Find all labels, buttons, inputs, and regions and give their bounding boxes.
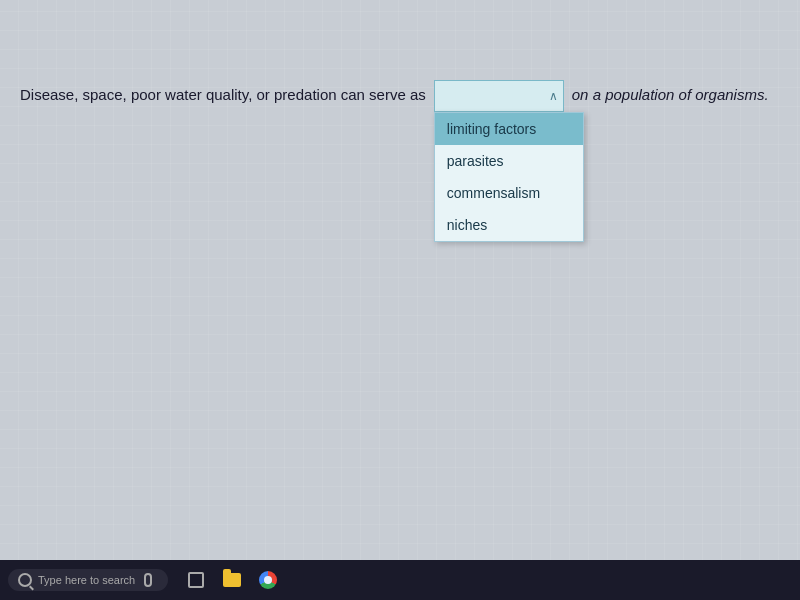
chrome-button[interactable] — [254, 566, 282, 594]
dropdown-option-niches[interactable]: niches — [435, 209, 583, 241]
dropdown-menu: limiting factors parasites commensalism … — [434, 112, 584, 242]
taskbar-search-bar[interactable]: Type here to search — [8, 569, 168, 591]
taskbar-icons — [182, 566, 282, 594]
main-content: Disease, space, poor water quality, or p… — [0, 0, 800, 560]
chrome-icon — [259, 571, 277, 589]
dropdown-option-commensalism[interactable]: commensalism — [435, 177, 583, 209]
question-area: Disease, space, poor water quality, or p… — [20, 80, 780, 112]
task-view-icon — [188, 572, 204, 588]
dropdown-option-parasites[interactable]: parasites — [435, 145, 583, 177]
dropdown-select-box[interactable] — [434, 80, 564, 112]
task-view-button[interactable] — [182, 566, 210, 594]
microphone-icon — [144, 573, 152, 587]
dropdown-option-limiting-factors[interactable]: limiting factors — [435, 113, 583, 145]
taskbar-search-text: Type here to search — [38, 574, 135, 586]
file-explorer-button[interactable] — [218, 566, 246, 594]
question-text-before: Disease, space, poor water quality, or p… — [20, 80, 426, 103]
question-text-after: on a population of organisms. — [572, 80, 769, 103]
folder-icon — [223, 573, 241, 587]
dropdown-container[interactable]: ∧ limiting factors parasites commensalis… — [434, 80, 564, 112]
taskbar: Type here to search — [0, 560, 800, 600]
search-icon — [18, 573, 32, 587]
